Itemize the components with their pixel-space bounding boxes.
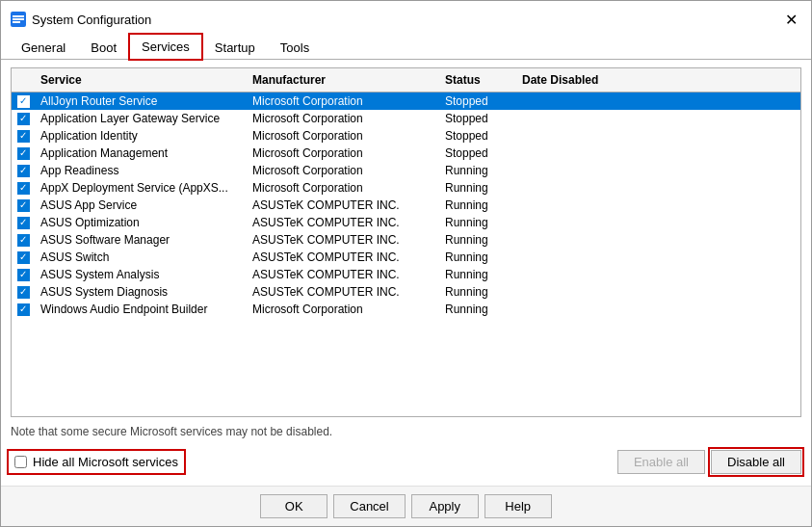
content-area: Service Manufacturer Status Date Disable…	[1, 60, 811, 486]
row-manufacturer: Microsoft Corporation	[247, 162, 439, 179]
row-checkbox[interactable]	[17, 269, 30, 281]
table-row[interactable]: Application Layer Gateway ServiceMicroso…	[12, 110, 800, 127]
table-row[interactable]: ASUS System AnalysisASUSTeK COMPUTER INC…	[12, 266, 800, 283]
row-service-name: ASUS System Analysis	[35, 266, 247, 283]
row-checkbox[interactable]	[17, 113, 30, 125]
col-header-manufacturer: Manufacturer	[247, 71, 439, 89]
table-body: AllJoyn Router ServiceMicrosoft Corporat…	[12, 92, 800, 416]
system-configuration-window: System Configuration ✕ General Boot Serv…	[0, 0, 812, 527]
row-service-name: Windows Audio Endpoint Builder	[35, 301, 247, 318]
row-checkbox-cell	[12, 301, 35, 318]
enable-all-button[interactable]: Enable all	[617, 450, 705, 474]
tab-tools[interactable]: Tools	[268, 35, 322, 60]
table-row[interactable]: AllJoyn Router ServiceMicrosoft Corporat…	[12, 92, 800, 110]
row-checkbox-cell	[12, 283, 35, 301]
row-checkbox[interactable]	[17, 182, 30, 195]
bottom-bar: OK Cancel Apply Help	[1, 486, 811, 526]
row-checkbox-cell	[12, 266, 35, 283]
apply-button[interactable]: Apply	[411, 494, 479, 518]
row-checkbox[interactable]	[17, 286, 30, 299]
disable-all-button[interactable]: Disable all	[711, 450, 801, 474]
row-service-name: ASUS App Service	[35, 197, 247, 214]
hide-ms-services-checkbox[interactable]	[14, 456, 27, 468]
table-row[interactable]: Application IdentityMicrosoft Corporatio…	[12, 127, 800, 145]
enable-disable-buttons: Enable all Disable all	[617, 450, 801, 474]
window-title: System Configuration	[32, 13, 151, 27]
row-service-name: ASUS Optimization	[35, 214, 247, 231]
table-row[interactable]: AppX Deployment Service (AppXS...Microso…	[12, 179, 800, 197]
row-status: Running	[439, 301, 516, 318]
row-checkbox-cell	[12, 231, 35, 249]
row-checkbox[interactable]	[17, 130, 30, 143]
help-button[interactable]: Help	[485, 494, 552, 518]
row-date-disabled	[516, 110, 800, 127]
tab-general[interactable]: General	[9, 35, 78, 60]
row-status: Stopped	[439, 145, 516, 162]
table-row[interactable]: ASUS OptimizationASUSTeK COMPUTER INC.Ru…	[12, 214, 800, 231]
row-checkbox[interactable]	[17, 303, 30, 316]
row-manufacturer: Microsoft Corporation	[247, 301, 439, 318]
row-checkbox[interactable]	[17, 165, 30, 177]
row-date-disabled	[516, 214, 800, 231]
row-manufacturer: Microsoft Corporation	[247, 145, 439, 162]
row-checkbox[interactable]	[17, 147, 30, 160]
row-checkbox[interactable]	[17, 251, 30, 264]
row-status: Running	[439, 266, 516, 283]
tab-services[interactable]: Services	[129, 34, 202, 60]
row-checkbox-cell	[12, 162, 35, 179]
title-bar-left: System Configuration	[11, 12, 151, 27]
tab-startup[interactable]: Startup	[202, 35, 268, 60]
row-checkbox[interactable]	[17, 199, 30, 212]
row-checkbox[interactable]	[17, 95, 30, 108]
row-service-name: ASUS Switch	[35, 249, 247, 266]
row-service-name: AppX Deployment Service (AppXS...	[35, 179, 247, 197]
row-status: Running	[439, 162, 516, 179]
hide-ms-services-label[interactable]: Hide all Microsoft services	[11, 453, 182, 471]
row-date-disabled	[516, 197, 800, 214]
row-checkbox[interactable]	[17, 217, 30, 229]
row-manufacturer: Microsoft Corporation	[247, 92, 439, 110]
col-header-status: Status	[439, 71, 516, 89]
row-date-disabled	[516, 92, 800, 110]
row-manufacturer: ASUSTeK COMPUTER INC.	[247, 266, 439, 283]
close-button[interactable]: ✕	[780, 9, 801, 30]
row-service-name: App Readiness	[35, 162, 247, 179]
row-date-disabled	[516, 301, 800, 318]
row-status: Running	[439, 214, 516, 231]
tab-boot[interactable]: Boot	[78, 35, 129, 60]
row-service-name: ASUS Software Manager	[35, 231, 247, 249]
row-service-name: Application Management	[35, 145, 247, 162]
row-status: Stopped	[439, 127, 516, 145]
row-status: Running	[439, 249, 516, 266]
table-row[interactable]: ASUS Software ManagerASUSTeK COMPUTER IN…	[12, 231, 800, 249]
row-date-disabled	[516, 231, 800, 249]
hide-ms-services-text: Hide all Microsoft services	[33, 455, 178, 469]
row-date-disabled	[516, 179, 800, 197]
row-manufacturer: ASUSTeK COMPUTER INC.	[247, 197, 439, 214]
ok-button[interactable]: OK	[260, 494, 327, 518]
row-status: Running	[439, 197, 516, 214]
row-checkbox[interactable]	[17, 234, 30, 247]
row-checkbox-cell	[12, 92, 35, 110]
row-checkbox-cell	[12, 110, 35, 127]
row-service-name: AllJoyn Router Service	[35, 92, 247, 110]
cancel-button[interactable]: Cancel	[333, 494, 405, 518]
table-row[interactable]: ASUS System DiagnosisASUSTeK COMPUTER IN…	[12, 283, 800, 301]
row-service-name: Application Layer Gateway Service	[35, 110, 247, 127]
svg-rect-1	[13, 15, 24, 17]
table-row[interactable]: ASUS App ServiceASUSTeK COMPUTER INC.Run…	[12, 197, 800, 214]
row-checkbox-cell	[12, 127, 35, 145]
row-manufacturer: Microsoft Corporation	[247, 179, 439, 197]
footer-note: Note that some secure Microsoft services…	[11, 423, 801, 440]
row-checkbox-cell	[12, 249, 35, 266]
row-manufacturer: Microsoft Corporation	[247, 110, 439, 127]
row-manufacturer: ASUSTeK COMPUTER INC.	[247, 283, 439, 301]
row-status: Stopped	[439, 110, 516, 127]
table-row[interactable]: ASUS SwitchASUSTeK COMPUTER INC.Running	[12, 249, 800, 266]
row-service-name: ASUS System Diagnosis	[35, 283, 247, 301]
table-row[interactable]: Application ManagementMicrosoft Corporat…	[12, 145, 800, 162]
table-row[interactable]: Windows Audio Endpoint BuilderMicrosoft …	[12, 301, 800, 318]
table-row[interactable]: App ReadinessMicrosoft CorporationRunnin…	[12, 162, 800, 179]
row-checkbox-cell	[12, 145, 35, 162]
col-header-service: Service	[35, 71, 247, 89]
